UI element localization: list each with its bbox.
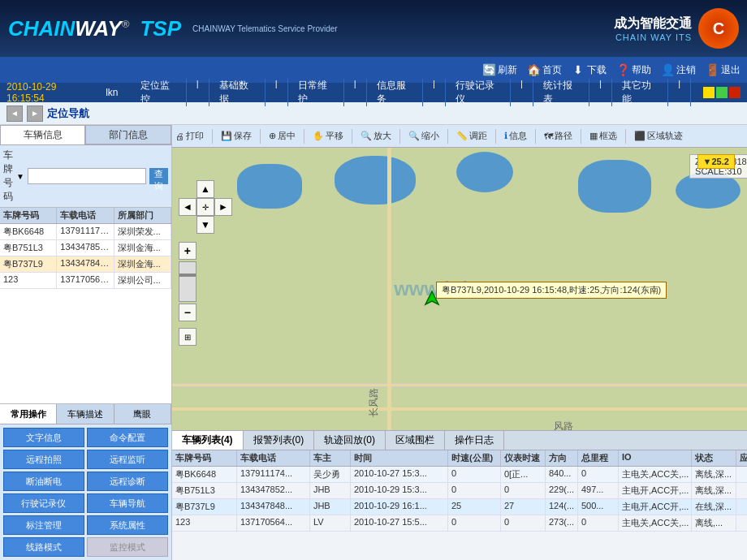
bt-cell-phone: 137170564... [237,515,310,531]
nav-left-btn[interactable]: ◄ [179,198,196,216]
nav-base[interactable]: | [187,79,209,106]
bt-cell-reply [736,483,747,498]
action-tab-desc[interactable]: 车辆描述 [57,404,114,424]
vt-cell-dept: 深圳荣发... [114,224,171,239]
vt-row-selected[interactable]: 粤B737L9 13434784893 深圳金海... [0,256,171,273]
forward-btn[interactable]: ► [27,106,43,122]
vt-cell-plate: 粤BK6648 [0,224,57,239]
btn-remote-monitor[interactable]: 远程监听 [87,450,168,469]
tab-vehicle-list[interactable]: 车辆列表(4) [172,431,244,450]
action-tab-eagle[interactable]: 鹰眼 [114,404,171,424]
sep8 [535,129,536,144]
sep1 [212,129,213,144]
map-scale-btn[interactable]: ⊞ [179,328,196,346]
vt-cell-dept: 深圳金海... [114,240,171,256]
help-btn[interactable]: ❓ 帮助 [616,63,651,77]
exit-btn[interactable]: 🚪 退出 [706,63,741,77]
toolbar-path[interactable]: 🗺 路径 [544,130,572,142]
search-btn[interactable]: 查询 [149,168,168,184]
nav-info[interactable]: 信息服务 [367,79,423,106]
sep6 [447,129,448,144]
tab-region-fence[interactable]: 区域围栏 [386,431,445,450]
toolbar-save[interactable]: 💾 保存 [221,130,252,142]
nav-location[interactable]: 定位监控 [131,79,187,106]
vt-cell-phone: 13434784893 [57,256,114,272]
nav-sep5: | [511,79,533,106]
logout-btn[interactable]: 👤 注销 [661,63,696,77]
nav-other[interactable]: 其它功能 [612,79,668,106]
tab-dept-info[interactable]: 部门信息 [85,125,171,144]
filter-input[interactable] [28,168,146,184]
bt-cell-io: 主电关,ACC关,... [619,515,692,531]
download-btn[interactable]: ⬇ 下载 [572,63,607,77]
bt-row[interactable]: 粤B737L9 134347848... JHB 2010-10-29 16:1… [172,499,747,515]
toolbar-region-track[interactable]: ⬛ 区域轨迹 [634,130,683,142]
nav-right-btn[interactable]: ► [214,198,232,216]
btn-sys-props[interactable]: 系统属性 [87,515,168,535]
nav-data[interactable]: 基础数据 [209,79,266,106]
statusbar: 2010-10-29 16:15:54 lkn 定位监控 | 基础数据 | 日常… [0,83,747,102]
tab-alarm-list[interactable]: 报警列表(0) [244,431,315,450]
tab-operation-log[interactable]: 操作日志 [445,431,504,450]
logo-tsp: TSP [140,16,181,41]
bt-cell-reply [736,499,747,515]
download-icon: ⬇ [572,63,585,76]
zoom-minus-btn[interactable]: − [179,304,196,321]
btn-mark-manage[interactable]: 标注管理 [3,515,84,535]
toolbar-distance[interactable]: 📏 调距 [456,130,487,142]
bt-cell-driver: JHB [310,483,351,498]
nav-down-btn[interactable]: ▼ [196,216,214,234]
sep10 [625,129,626,144]
sep3 [304,129,304,144]
btn-vehicle-nav[interactable]: 车辆导航 [87,493,168,513]
vt-row[interactable]: 粤B751L3 13434785271 深圳金海... [0,240,171,256]
refresh-btn[interactable]: 🔄 刷新 [482,63,517,77]
toolbar-zoom-in[interactable]: 🔍 放大 [361,130,391,142]
toolbar-pan[interactable]: ✋ 平移 [313,130,343,142]
nav-center-btn[interactable]: ✛ [196,198,214,216]
nav-up-btn[interactable]: ▲ [196,180,214,198]
vt-row[interactable]: 粤BK6648 13791117455 深圳荣发... [0,224,171,240]
nav-maintain[interactable]: 日常维护 [288,79,344,106]
toolbar-select[interactable]: ▦ 框选 [589,130,617,142]
nav-stats[interactable]: 统计报表 [533,79,589,106]
home-btn[interactable]: 🏠 首页 [527,63,562,77]
toolbar-zoom-out[interactable]: 🔍 缩小 [408,130,439,142]
tab-track-replay[interactable]: 轨迹回放(0) [314,431,386,450]
nav-empty-3 [179,216,196,234]
toolbar-info[interactable]: ℹ 信息 [504,130,527,142]
toolbar-print[interactable]: 🖨 打印 [175,130,204,142]
nav-empty-1 [179,180,196,198]
exit-icon: 🚪 [706,63,719,76]
back-btn[interactable]: ◄ [6,106,23,122]
map-nav-controls: ▲ ◄ ✛ ► ▼ + − ⊞ [179,180,232,346]
bt-row[interactable]: 粤BK6648 137911174... 吴少勇 2010-10-27 15:3… [172,467,747,483]
region-icon: ⬛ [634,131,646,141]
bt-cell-plate: 粤B751L3 [172,483,237,498]
map-canvas[interactable]: 长风路 风路 ▲ ◄ ✛ ► ▼ + [172,148,747,430]
btn-remote-diag[interactable]: 远程诊断 [87,472,168,491]
bt-cell-time: 2010-10-29 16:1... [351,499,448,515]
distance-icon: 📏 [456,131,468,141]
action-tab-common[interactable]: 常用操作 [0,404,57,424]
btn-drive-record[interactable]: 行驶记录仪 [3,493,84,513]
nav-drive[interactable]: 行驶记录仪 [446,79,511,106]
vehicle-popup: 粤B737L9,2010-10-29 16:15:48,时速:25,方向:124… [436,282,667,299]
btn-text-msg[interactable]: 文字信息 [3,428,84,447]
zoom-plus-btn[interactable]: + [179,242,196,260]
vt-row[interactable]: 123 13717056495 深圳公司... [0,273,171,289]
bt-row[interactable]: 123 137170564... LV 2010-10-27 15:5... 0… [172,515,747,532]
road-label-2: 风路 [554,420,573,430]
tab-vehicle-info[interactable]: 车辆信息 [0,125,85,144]
logo-chain: CHAIN [8,16,75,41]
bt-row[interactable]: 粤B751L3 134347852... JHB 2010-10-29 15:3… [172,483,747,499]
btn-cmd-config[interactable]: 命令配置 [87,428,168,447]
indicator-yellow [703,87,715,98]
map-extra-btn: ⊞ [179,328,232,346]
btn-remote-photo[interactable]: 远程拍照 [3,450,84,469]
btn-oil-cut[interactable]: 断油断电 [3,472,84,491]
zoom-slider[interactable] [179,261,196,302]
toolbar-center[interactable]: ⊕ 居中 [269,130,296,142]
btn-route-mode[interactable]: 线路模式 [3,537,84,557]
vt-cell-phone: 13717056495 [57,273,114,288]
